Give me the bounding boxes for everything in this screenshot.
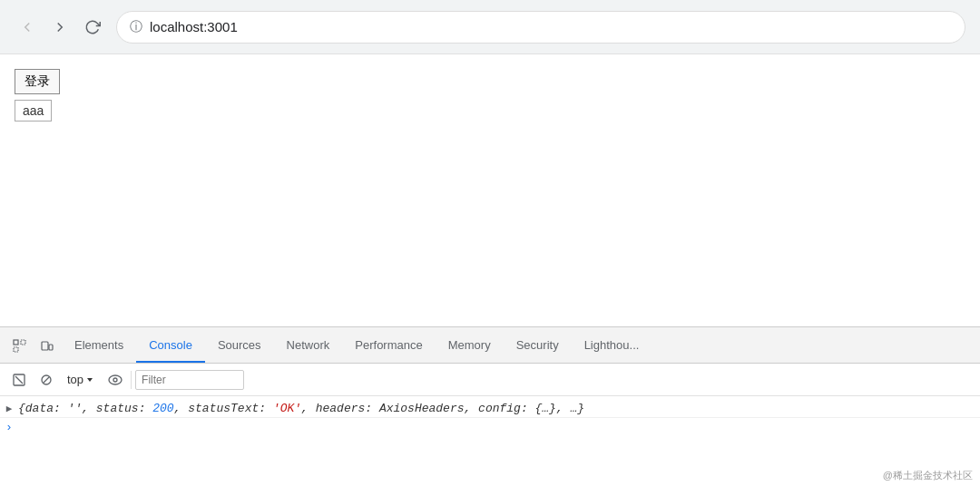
info-icon: ⓘ [130,19,142,35]
devtools-tabbar: Elements Console Sources Network Perform… [0,327,980,364]
tab-security[interactable]: Security [504,329,572,364]
output-part-1: {data: [18,402,68,415]
filter-icon[interactable] [34,368,58,392]
inspect-element-icon[interactable] [7,334,33,359]
svg-point-10 [109,375,122,384]
back-button[interactable] [15,15,40,40]
svg-line-8 [44,377,49,383]
nav-buttons [15,15,105,40]
page-content: 登录 aaa [0,54,980,326]
svg-rect-4 [49,345,53,350]
browser-toolbar: ⓘ localhost:3001 [0,0,980,54]
forward-button[interactable] [47,15,73,40]
output-part-3: , status: [82,402,152,415]
output-part-6: 'OK' [273,402,301,415]
clear-console-icon[interactable] [7,368,31,392]
prompt-symbol: › [0,420,18,434]
svg-rect-0 [14,340,18,345]
console-output: ▶ {data: '', status: 200, statusText: 'O… [0,396,980,440]
eye-icon[interactable] [103,368,127,392]
page-text-value: aaa [15,100,52,122]
svg-rect-2 [21,340,25,345]
expand-arrow[interactable]: ▶ [0,402,18,414]
watermark: @稀土掘金技术社区 [883,469,973,482]
output-part-2: '' [68,402,83,415]
console-line-1: ▶ {data: '', status: 200, statusText: 'O… [0,400,980,418]
context-dropdown[interactable]: top [62,371,100,388]
filter-input[interactable] [135,370,244,390]
tab-memory[interactable]: Memory [436,329,504,364]
tab-network[interactable]: Network [274,329,343,364]
output-part-4: 200 [152,402,173,415]
reload-button[interactable] [80,15,105,40]
output-part-5: , statusText: [174,402,273,415]
url-text: localhost:3001 [150,19,238,34]
svg-rect-3 [42,342,48,350]
output-part-7: , headers: AxiosHeaders, config: {…}, …} [301,402,584,415]
svg-line-6 [15,376,23,384]
context-label: top [67,373,83,386]
address-bar[interactable]: ⓘ localhost:3001 [116,11,965,44]
tab-performance[interactable]: Performance [342,329,435,364]
login-button[interactable]: 登录 [15,69,60,94]
device-toolbar-icon[interactable] [34,334,60,359]
tab-lighthouse[interactable]: Lighthou... [572,329,652,364]
svg-rect-1 [14,347,18,352]
divider [131,371,132,389]
devtools-panel: Elements Console Sources Network Perform… [0,326,980,486]
tab-sources[interactable]: Sources [205,329,274,364]
console-prompt-line: › [0,418,980,436]
tab-console[interactable]: Console [136,329,205,364]
console-line-1-content: {data: '', status: 200, statusText: 'OK'… [18,402,973,415]
svg-marker-9 [87,378,93,382]
svg-point-11 [113,378,117,382]
console-toolbar: top [0,364,980,396]
tab-elements[interactable]: Elements [62,329,136,364]
